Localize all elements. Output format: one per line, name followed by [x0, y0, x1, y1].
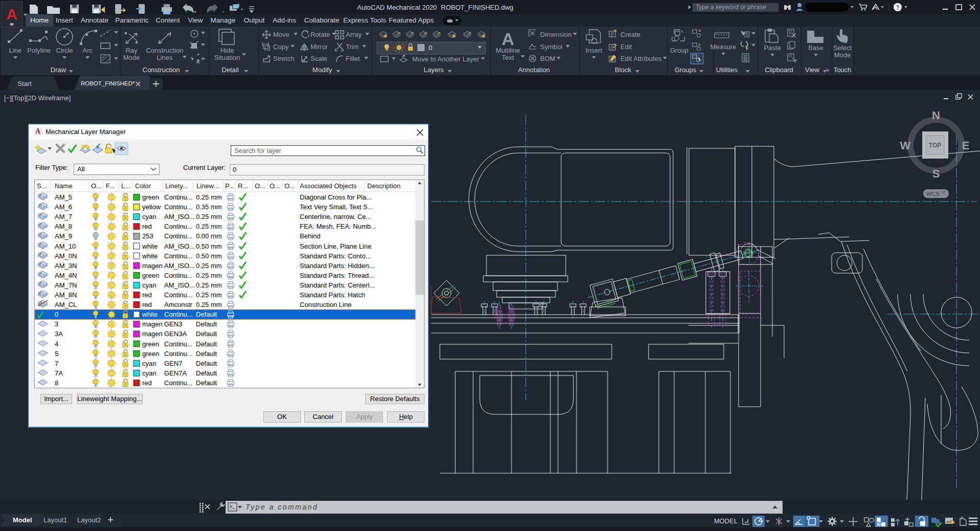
svg-text:Create: Create: [620, 31, 640, 38]
svg-text:Mode: Mode: [123, 54, 140, 61]
svg-text:Continu...: Continu...: [164, 232, 193, 240]
svg-text:GEN3: GEN3: [164, 320, 182, 328]
svg-text:GEN7: GEN7: [164, 360, 182, 367]
svg-text:Draw: Draw: [51, 66, 66, 74]
svg-text:0.25 mm: 0.25 mm: [196, 272, 222, 279]
svg-text:cyan: cyan: [142, 213, 156, 220]
svg-text:white: white: [142, 252, 158, 260]
svg-text:Situation: Situation: [214, 54, 240, 61]
svg-text:Section Line, Plane Line: Section Line, Plane Line: [300, 242, 371, 250]
svg-text:0.25 mm: 0.25 mm: [196, 281, 222, 289]
svg-text:AM_0N: AM_0N: [55, 252, 77, 260]
svg-text:Continu...: Continu...: [164, 311, 193, 318]
svg-text:AM_ISO...: AM_ISO...: [164, 262, 195, 270]
svg-text:Base: Base: [808, 44, 823, 52]
svg-text:Array: Array: [346, 31, 362, 38]
svg-text:Continu...: Continu...: [164, 291, 193, 299]
svg-text:Scale: Scale: [310, 55, 327, 62]
svg-text:Add-ins: Add-ins: [273, 16, 296, 24]
svg-text:0.50 mm: 0.50 mm: [196, 242, 222, 250]
svg-text:red: red: [142, 379, 152, 387]
svg-text:Symbol: Symbol: [540, 43, 562, 51]
svg-text:red: red: [142, 223, 152, 230]
svg-text:Copy: Copy: [273, 43, 289, 51]
svg-text:Standard Parts: Hatch: Standard Parts: Hatch: [300, 291, 365, 299]
svg-text:AM_ISO...: AM_ISO...: [164, 281, 195, 289]
svg-text:Associated Objects: Associated Objects: [300, 182, 357, 190]
svg-text:7: 7: [55, 360, 58, 367]
svg-text:P...: P...: [225, 182, 234, 190]
svg-text:Type a keyword or phrase: Type a keyword or phrase: [696, 4, 766, 11]
svg-text:Lines: Lines: [157, 54, 173, 61]
svg-text:magen: magen: [142, 262, 163, 270]
svg-text:0.25 mm: 0.25 mm: [196, 193, 222, 201]
svg-text:Clipboard: Clipboard: [765, 66, 793, 74]
svg-text:Detail: Detail: [221, 66, 238, 74]
svg-text:Measure: Measure: [710, 43, 737, 51]
svg-text:Content: Content: [155, 16, 180, 24]
svg-text:Description: Description: [367, 182, 400, 190]
svg-text:Paste: Paste: [764, 44, 781, 52]
svg-text:Parametric: Parametric: [115, 16, 149, 24]
svg-text:Default: Default: [196, 340, 217, 348]
svg-text:AM_8N: AM_8N: [55, 291, 77, 299]
svg-text:Type a command: Type a command: [246, 503, 318, 511]
svg-text:?: ?: [896, 4, 899, 11]
svg-text:M: M: [10, 22, 14, 27]
svg-text:Mirror: Mirror: [310, 43, 328, 51]
svg-text:AM_10: AM_10: [55, 242, 76, 250]
svg-text:Insert: Insert: [56, 16, 73, 24]
svg-text:0.35 mm: 0.35 mm: [196, 203, 222, 211]
svg-text:MODEL: MODEL: [714, 517, 738, 525]
svg-text:A: A: [6, 6, 17, 23]
svg-text:Touch: Touch: [834, 66, 852, 74]
svg-text:AM_5: AM_5: [55, 193, 72, 201]
svg-text:253: 253: [142, 232, 153, 240]
svg-text:TOP: TOP: [929, 142, 941, 149]
svg-text:[−][Top][2D Wireframe]: [−][Top][2D Wireframe]: [4, 94, 71, 102]
svg-text:AM_ISO...: AM_ISO...: [164, 242, 195, 250]
svg-text:WCS: WCS: [926, 191, 940, 197]
svg-text:AM_7: AM_7: [55, 213, 72, 220]
svg-text:cyan: cyan: [142, 369, 156, 377]
svg-text:L...: L...: [121, 182, 130, 190]
svg-text:Linew...: Linew...: [196, 182, 219, 190]
svg-text:0: 0: [429, 44, 432, 52]
svg-text:Utilities: Utilities: [716, 66, 738, 74]
svg-text:white: white: [142, 242, 158, 250]
svg-text:Multiline: Multiline: [496, 47, 520, 54]
svg-text:BOM: BOM: [540, 55, 555, 62]
svg-text:Continu...: Continu...: [164, 203, 193, 211]
svg-text:Default: Default: [196, 330, 217, 338]
svg-text:Continu...: Continu...: [164, 272, 193, 279]
svg-text:Featured Apps: Featured Apps: [389, 16, 434, 24]
svg-text:0.00 mm: 0.00 mm: [196, 232, 222, 240]
svg-text:3: 3: [55, 320, 58, 328]
svg-text:W: W: [900, 139, 911, 152]
svg-text:ROBOT_FINISHED.dwg: ROBOT_FINISHED.dwg: [441, 4, 514, 11]
svg-text:Annotation: Annotation: [518, 66, 550, 74]
svg-text:Start: Start: [17, 80, 32, 87]
svg-text:Continu...: Continu...: [164, 193, 193, 201]
svg-text:0.25 mm: 0.25 mm: [196, 223, 222, 230]
svg-text:green: green: [142, 350, 159, 358]
svg-text:magen: magen: [142, 330, 163, 338]
svg-text:Stretch: Stretch: [273, 55, 294, 62]
svg-text:Arc: Arc: [82, 47, 93, 54]
svg-text:Home: Home: [30, 16, 49, 24]
svg-text:Mode: Mode: [834, 51, 851, 59]
svg-text:red: red: [142, 301, 152, 308]
svg-text:Construction: Construction: [143, 66, 180, 74]
svg-text:magen: magen: [142, 320, 163, 328]
svg-text:Layout1: Layout1: [43, 516, 67, 524]
svg-text:Circle: Circle: [56, 47, 73, 54]
svg-text:Name: Name: [55, 182, 73, 190]
svg-text:Move: Move: [273, 31, 289, 38]
svg-text:View: View: [805, 66, 820, 74]
svg-text:AM_3N: AM_3N: [55, 262, 77, 270]
svg-text:Standard Parts: Centerl...: Standard Parts: Centerl...: [300, 281, 375, 289]
svg-text:4: 4: [55, 340, 58, 348]
svg-text:Diagonal Cross for Pla...: Diagonal Cross for Pla...: [300, 193, 372, 201]
svg-text:Continu...: Continu...: [164, 340, 193, 348]
svg-text:Standard Parts: Conto...: Standard Parts: Conto...: [300, 252, 371, 260]
